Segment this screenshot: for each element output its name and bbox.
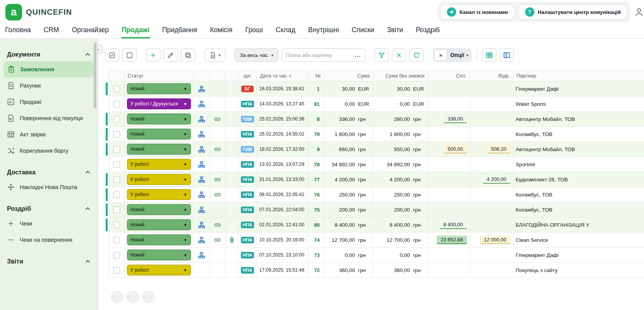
row-checkbox[interactable] [113, 176, 120, 183]
sidebar-section-header[interactable]: Роздріб [0, 202, 98, 215]
tab-Комісія[interactable]: Комісія [210, 26, 233, 38]
table-row[interactable]: У роботі ▼ НПА 17.09.2025, 15:51:48 72 3… [105, 263, 644, 278]
filter-button[interactable] [374, 48, 389, 62]
row-checkbox[interactable] [113, 252, 120, 258]
org-structure-icon[interactable] [193, 187, 210, 202]
link-icon[interactable] [210, 263, 225, 278]
paperclip-icon[interactable] [225, 142, 238, 157]
column-header-org[interactable]: орг. [238, 71, 257, 81]
edit-button[interactable] [163, 48, 178, 62]
sidebar-scrollbar-thumb[interactable] [94, 43, 96, 108]
link-icon[interactable] [210, 202, 225, 217]
table-view-button[interactable] [482, 48, 496, 62]
org-structure-icon[interactable] [193, 217, 210, 232]
status-dropdown[interactable]: У роботі ▼ [127, 265, 191, 276]
table-row[interactable]: У роботі ▼ НПА 13.02.2026, 13:07:29 78 3… [105, 157, 644, 172]
tab-Роздріб[interactable]: Роздріб [416, 26, 440, 38]
expand-panel-button[interactable]: » [434, 49, 447, 61]
org-structure-icon[interactable] [193, 142, 210, 157]
create-document-button[interactable]: ▾ [204, 48, 225, 62]
sidebar-item[interactable]: Замовлення [4, 61, 94, 78]
column-header-status[interactable]: Статус [124, 71, 193, 81]
row-checkbox[interactable] [113, 131, 120, 138]
column-header-partner[interactable]: Партнер [513, 71, 644, 81]
row-checkbox[interactable] [113, 101, 120, 107]
org-structure-icon[interactable] [193, 127, 210, 142]
deselect-button[interactable] [122, 48, 137, 62]
select-all-button[interactable] [105, 48, 119, 62]
status-dropdown[interactable]: Новий ▼ [127, 129, 191, 140]
link-icon[interactable] [210, 157, 225, 172]
copy-button[interactable] [181, 48, 195, 62]
status-dropdown[interactable]: Новий ▼ [127, 144, 191, 155]
tab-Внутрішні[interactable]: Внутрішні [308, 26, 339, 38]
sidebar-item[interactable]: Чеки на повернення [0, 232, 98, 248]
comm-center-button[interactable]: ? Налаштувати центр комунікацій [519, 5, 627, 19]
sidebar-item[interactable]: Накладні Нова Пошта [0, 179, 98, 195]
row-checkbox[interactable] [113, 86, 120, 92]
table-row[interactable]: Новий ▼ НПА 25.02.2026, 14:55:02 79 1 80… [105, 127, 644, 142]
table-row[interactable]: Новий ▼ НПА 10.10.2025, 20:16:00 74 12 7… [105, 232, 644, 248]
row-checkbox[interactable] [113, 237, 120, 243]
row-checkbox[interactable] [113, 267, 120, 274]
tab-Гроші[interactable]: Гроші [245, 26, 263, 38]
paperclip-icon[interactable] [225, 202, 238, 217]
status-dropdown[interactable]: У роботі ▼ [127, 159, 191, 170]
status-dropdown[interactable]: У роботі / Друкується ▼ [127, 98, 191, 109]
table-row[interactable]: У роботі ▼ НПА 31.01.2026, 13:33:00 77 4… [105, 172, 644, 187]
add-button[interactable] [146, 48, 160, 62]
org-structure-icon[interactable] [193, 232, 210, 248]
table-row[interactable]: Новий ▼ ПДВ 25.02.2026, 15:00:36 8 336,0… [105, 112, 644, 127]
status-dropdown[interactable]: У роботі ▼ [127, 174, 191, 185]
options-dropdown[interactable]: Опції ▾ [450, 52, 469, 58]
column-header-paid[interactable]: Спл. [428, 71, 470, 81]
paperclip-icon[interactable] [225, 232, 238, 248]
link-icon[interactable] [210, 172, 225, 187]
column-header-number[interactable]: № [308, 71, 324, 81]
pagination-button[interactable] [143, 291, 155, 303]
table-row[interactable]: Новий ▼ БГ 16.03.2026, 15:38:42 1 30,00E… [105, 81, 644, 96]
period-filter-dropdown[interactable]: За весь час ▾ [235, 48, 278, 62]
tab-Звіти[interactable]: Звіти [386, 26, 404, 38]
paperclip-icon[interactable] [225, 112, 238, 127]
table-row[interactable]: Новий ▼ НПА 02.01.2026, 12:41:00 80 8 40… [105, 217, 644, 232]
org-structure-icon[interactable] [193, 248, 210, 263]
sidebar-item[interactable]: Чеки [0, 215, 98, 232]
column-header-shipped[interactable]: Відв. [470, 71, 513, 81]
sidebar-item[interactable]: Акт звірки [0, 126, 98, 143]
link-icon[interactable] [210, 81, 225, 96]
tab-Списки[interactable]: Списки [351, 26, 374, 38]
paperclip-icon[interactable] [225, 127, 238, 142]
sidebar-section-header[interactable]: Звіти [0, 255, 98, 268]
row-checkbox[interactable] [113, 191, 120, 198]
paperclip-icon[interactable] [225, 217, 238, 232]
paperclip-icon[interactable] [225, 96, 238, 112]
org-structure-icon[interactable] [193, 172, 210, 187]
paperclip-icon[interactable] [225, 187, 238, 202]
tab-Головна[interactable]: Головна [5, 26, 31, 38]
link-icon[interactable] [210, 112, 225, 127]
org-structure-icon[interactable] [193, 112, 210, 127]
sidebar-item[interactable]: Повернення від покупця [0, 110, 98, 126]
org-structure-icon[interactable] [193, 96, 210, 112]
table-row[interactable]: У роботі ▼ НПА 08.01.2026, 22:05:42 76 2… [105, 187, 644, 202]
tab-Придбання[interactable]: Придбання [162, 26, 197, 38]
more-filters-button[interactable]: ... [351, 52, 361, 59]
app-logo[interactable]: a [5, 4, 22, 21]
link-icon[interactable] [210, 217, 225, 232]
brand-logo-area[interactable]: a QUINCEFIN [5, 4, 72, 21]
status-dropdown[interactable]: Новий ▼ [127, 250, 191, 260]
status-dropdown[interactable]: Новий ▼ [127, 114, 191, 124]
table-row[interactable]: Новий ▼ ПДВ 18.02.2026, 17:32:00 9 660,0… [105, 142, 644, 157]
link-icon[interactable] [210, 232, 225, 248]
link-icon[interactable] [210, 127, 225, 142]
status-dropdown[interactable]: Новий ▼ [127, 219, 191, 230]
table-row[interactable]: У роботі / Друкується ▼ НПА 14.03.2026, … [105, 96, 644, 112]
columns-view-button[interactable] [500, 48, 514, 62]
user-icon[interactable] [634, 7, 644, 17]
org-structure-icon[interactable] [193, 81, 210, 96]
sidebar-collapse-button[interactable]: « [98, 45, 102, 54]
link-icon[interactable] [210, 248, 225, 263]
link-icon[interactable] [210, 96, 225, 112]
sidebar-item[interactable]: Коригування боргу [0, 143, 98, 159]
